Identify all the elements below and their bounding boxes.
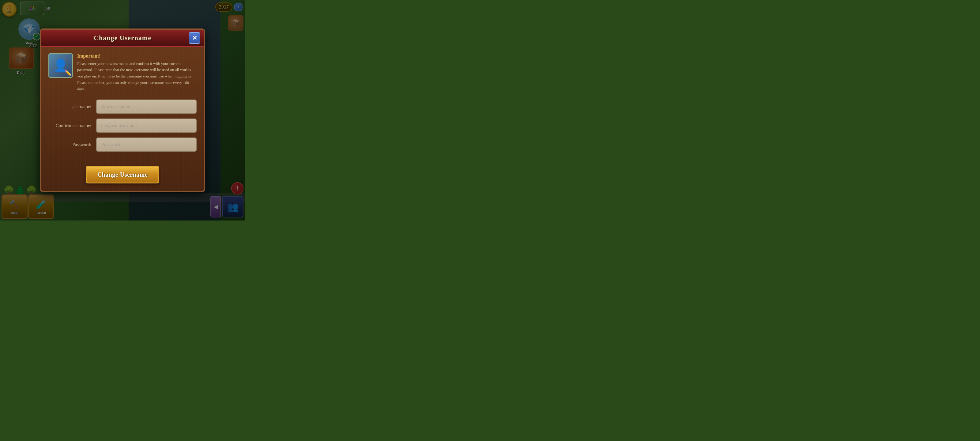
change-username-modal: Change Username ✕ 👤 ✏️ Important! Please… [40, 29, 205, 192]
info-description: Please enter your new username and confi… [77, 60, 197, 92]
info-text-block: Important! Please enter your new usernam… [77, 53, 197, 92]
player-avatar-image: 👤 ✏️ [48, 53, 73, 78]
info-section: 👤 ✏️ Important! Please enter your new us… [48, 53, 197, 92]
username-label: Username: [48, 104, 91, 109]
modal-body: 👤 ✏️ Important! Please enter your new us… [41, 47, 204, 163]
password-row: Password: [48, 137, 197, 151]
confirm-username-row: Confirm username: [48, 118, 197, 133]
modal-overlay: Change Username ✕ 👤 ✏️ Important! Please… [0, 0, 245, 221]
username-input[interactable] [96, 100, 197, 114]
info-important-label: Important! [77, 53, 197, 59]
modal-header: Change Username ✕ [41, 30, 204, 47]
password-label: Password: [48, 142, 91, 147]
password-input[interactable] [96, 137, 197, 151]
modal-close-button[interactable]: ✕ [189, 32, 200, 44]
confirm-username-input[interactable] [96, 118, 197, 133]
pencil-badge-icon: ✏️ [65, 70, 72, 76]
change-username-button[interactable]: Change Username [86, 166, 159, 183]
modal-footer: Change Username [41, 162, 204, 191]
username-row: Username: [48, 100, 197, 114]
modal-title: Change Username [94, 34, 151, 42]
confirm-username-label: Confirm username: [48, 123, 91, 128]
